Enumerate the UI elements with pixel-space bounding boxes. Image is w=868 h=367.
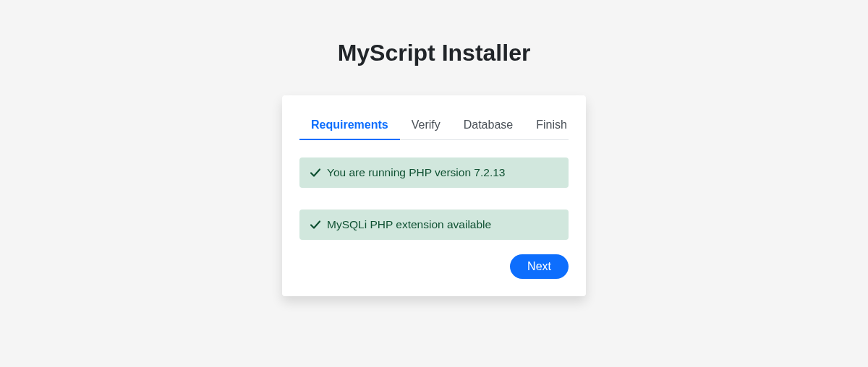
page-title: MyScript Installer [338,40,531,66]
installer-card: Requirements Verify Database Finish You … [282,95,586,296]
tab-finish[interactable]: Finish [524,113,579,140]
alert-text: You are running PHP version 7.2.13 [327,166,505,179]
tab-bar: Requirements Verify Database Finish [299,113,569,140]
alert-text: MySQLi PHP extension available [327,218,491,231]
alert-php-version: You are running PHP version 7.2.13 [299,157,569,188]
check-icon [310,219,321,230]
check-icon [310,167,321,178]
alert-mysqli: MySQLi PHP extension available [299,210,569,240]
tab-requirements[interactable]: Requirements [299,113,400,140]
next-button[interactable]: Next [510,254,569,279]
tab-database[interactable]: Database [452,113,525,140]
actions-row: Next [299,254,569,279]
tab-verify[interactable]: Verify [400,113,452,140]
